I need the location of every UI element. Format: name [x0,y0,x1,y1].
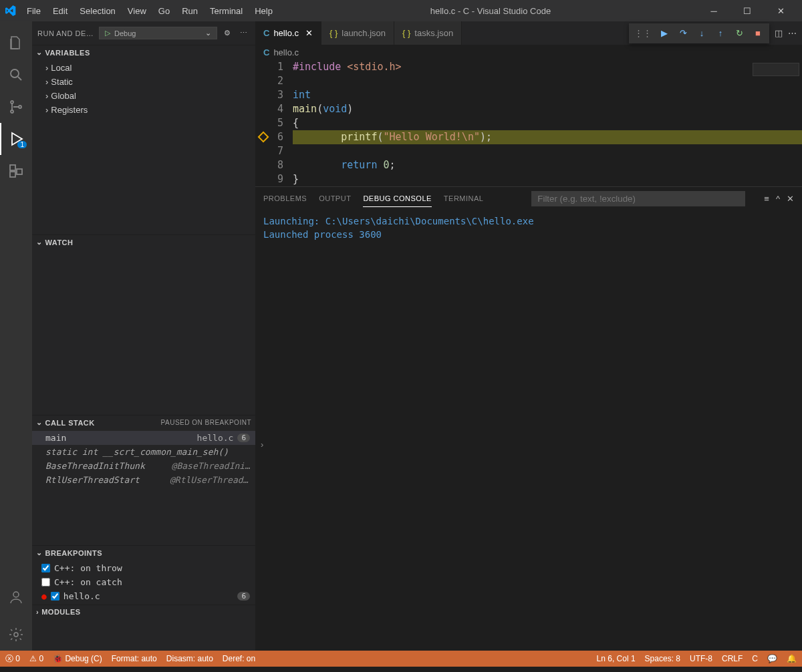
callstack-frame[interactable]: static int __scrt_common_main_seh() [32,445,255,459]
titlebar: FileEditSelectionViewGoRunTerminalHelp h… [0,0,802,21]
chevron-up-icon[interactable]: ^ [776,194,780,204]
more-icon[interactable]: ⋯ [237,29,250,37]
close-icon[interactable]: ✕ [787,194,794,204]
menu-edit[interactable]: Edit [47,3,73,19]
status-debug[interactable]: 🐞 Debug (C) [53,654,102,663]
clear-icon[interactable]: ≡ [764,194,769,204]
debug-badge: 1 [17,141,27,148]
sidebar-header: RUN AND DEB… ▷ Debug ⌄ ⚙ ⋯ [32,21,255,45]
tab-bar: Chello.c✕{ }launch.json{ }tasks.json ⋮⋮ … [255,21,802,45]
editor-area: Chello.c✕{ }launch.json{ }tasks.json ⋮⋮ … [255,21,802,651]
restart-icon[interactable]: ↻ [733,27,745,39]
minimap[interactable] [753,63,799,76]
menu-view[interactable]: View [122,3,152,19]
menu-selection[interactable]: Selection [74,3,120,19]
breakpoint-checkbox[interactable] [51,592,59,601]
status-errors[interactable]: ⓧ 0 [5,653,20,665]
bell-icon[interactable]: 🔔 [787,654,797,663]
breadcrumb-file[interactable]: hello.c [273,47,299,57]
status-format[interactable]: Format: auto [112,654,157,663]
close-tab-icon[interactable]: ✕ [305,28,313,38]
panel-tab-output[interactable]: OUTPUT [319,190,351,207]
breakpoint-row[interactable]: C++: on catch [32,575,255,589]
chevron-down-icon: ⌄ [36,48,43,57]
gear-icon[interactable]: ⚙ [221,29,233,37]
breakpoint-row[interactable]: ●hello.c6 [32,589,255,603]
window-title: hello.c - C - Visual Studio Code [278,6,703,16]
code-editor[interactable]: 123456789 #include <stdio.h> intmain(voi… [255,60,802,186]
variables-title: VARIABLES [45,49,90,57]
status-disasm[interactable]: Disasm: auto [166,654,213,663]
search-icon[interactable] [0,59,32,91]
modules-header[interactable]: ›MODULES [32,605,255,619]
callstack-header[interactable]: ⌄ CALL STACK PAUSED ON BREAKPOINT [32,415,255,430]
status-eol[interactable]: CRLF [722,654,743,663]
window-controls: ─ ☐ ✕ [703,6,797,16]
callstack-title: CALL STACK [45,419,95,427]
status-position[interactable]: Ln 6, Col 1 [597,654,636,663]
continue-icon[interactable]: ▶ [658,27,670,39]
debug-toolbar[interactable]: ⋮⋮ ▶ ↷ ↓ ↑ ↻ ■ [629,23,769,43]
accounts-icon[interactable] [0,581,32,613]
menu-run[interactable]: Run [176,3,203,19]
drag-handle-icon[interactable]: ⋮⋮ [634,28,652,38]
minimize-icon[interactable]: ─ [703,6,724,16]
extensions-icon[interactable] [0,155,32,187]
var-scope-local[interactable]: › Local [32,61,255,75]
status-encoding[interactable]: UTF-8 [690,654,712,663]
svg-point-0 [11,69,19,77]
split-editor-icon[interactable]: ◫ [775,28,783,38]
feedback-icon[interactable]: 💬 [767,654,777,663]
menu-help[interactable]: Help [249,3,278,19]
callstack-frame[interactable]: BaseThreadInitThunk@BaseThreadIni… [32,459,255,473]
step-into-icon[interactable]: ↓ [696,27,708,39]
watch-section: ⌄WATCH [32,234,255,415]
var-scope-registers[interactable]: › Registers [32,103,255,117]
source-control-icon[interactable] [0,91,32,123]
close-icon[interactable]: ✕ [770,6,791,16]
stop-icon[interactable]: ■ [752,27,764,39]
step-out-icon[interactable]: ↑ [714,27,726,39]
repl-prompt[interactable]: › [255,437,802,452]
status-warnings[interactable]: ⚠ 0 [29,654,43,663]
menu-terminal[interactable]: Terminal [205,3,248,19]
more-icon[interactable]: ⋯ [788,28,797,38]
callstack-frame[interactable]: mainhello.c6 [32,431,255,445]
status-lang[interactable]: C [752,654,758,663]
menu-go[interactable]: Go [153,3,175,19]
breadcrumbs[interactable]: C hello.c [255,45,802,60]
menu-file[interactable]: File [21,3,46,19]
chevron-down-icon[interactable]: ⌄ [205,29,211,37]
svg-point-1 [11,101,13,104]
modules-section: ›MODULES [32,605,255,619]
sidebar-title: RUN AND DEB… [37,29,95,37]
maximize-icon[interactable]: ☐ [737,6,758,16]
watch-header[interactable]: ⌄WATCH [32,235,255,249]
callstack-frame[interactable]: RtlUserThreadStart@RtlUserThreadS… [32,473,255,487]
breakpoint-checkbox[interactable] [41,564,50,572]
var-scope-static[interactable]: › Static [32,75,255,89]
tab-tasks-json[interactable]: { }tasks.json [394,21,462,45]
breakpoints-title: BREAKPOINTS [45,549,103,557]
play-icon[interactable]: ▷ [105,29,110,37]
var-scope-global[interactable]: › Global [32,89,255,103]
panel-tab-problems[interactable]: PROBLEMS [263,190,307,207]
panel-tab-debug-console[interactable]: DEBUG CONSOLE [363,190,431,207]
tab-launch-json[interactable]: { }launch.json [321,21,394,45]
tab-hello-c[interactable]: Chello.c✕ [255,21,321,45]
settings-gear-icon[interactable] [0,619,32,651]
step-over-icon[interactable]: ↷ [677,27,689,39]
svg-rect-6 [17,169,22,174]
run-debug-icon[interactable]: 1 [0,123,32,155]
panel-tab-terminal[interactable]: TERMINAL [444,190,484,207]
status-deref[interactable]: Deref: on [223,654,255,663]
status-spaces[interactable]: Spaces: 8 [645,654,680,663]
explorer-icon[interactable] [0,27,32,59]
debug-config-select[interactable]: ▷ Debug ⌄ [99,27,217,39]
breakpoint-row[interactable]: C++: on throw [32,561,255,575]
breakpoints-header[interactable]: ⌄BREAKPOINTS [32,546,255,560]
breakpoint-checkbox[interactable] [41,578,50,586]
svg-rect-5 [10,172,15,177]
variables-header[interactable]: ⌄VARIABLES [32,45,255,59]
filter-input[interactable] [531,191,745,206]
